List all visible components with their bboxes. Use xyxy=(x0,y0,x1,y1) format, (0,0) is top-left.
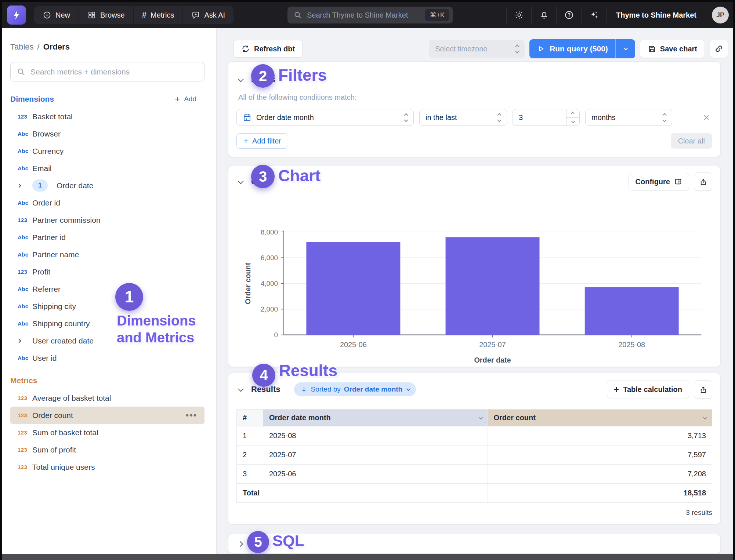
sidebar-item-referrer[interactable]: AbcReferrer xyxy=(10,280,204,298)
refresh-dbt-button[interactable]: Refresh dbt xyxy=(233,40,303,58)
text-type-icon: Abc xyxy=(18,200,32,206)
explore-sidebar: Tables / Orders Search metrics + dimensi… xyxy=(2,28,217,554)
sidebar-item-label: Partner commission xyxy=(32,216,101,225)
sidebar-item-partner-name[interactable]: AbcPartner name xyxy=(10,246,204,263)
sidebar-item-order-count[interactable]: 123Order count••• xyxy=(10,407,204,424)
chevron-updown-icon xyxy=(516,45,519,53)
sidebar-item-basket-total[interactable]: 123Basket total xyxy=(10,108,204,125)
table-row[interactable]: 12025-083,713 xyxy=(237,426,712,446)
panel-right-icon xyxy=(674,178,682,186)
text-type-icon: Abc xyxy=(18,148,32,154)
cell-order-count[interactable]: 7,208 xyxy=(488,465,712,484)
configure-chart-button[interactable]: Configure xyxy=(629,173,689,190)
export-chart-button[interactable] xyxy=(694,172,712,191)
cell-order-count[interactable]: 3,713 xyxy=(488,426,712,446)
bar-chart[interactable]: 02,0004,0006,0008,0002025-062025-072025-… xyxy=(236,192,712,364)
cell-order-date-month[interactable]: 2025-07 xyxy=(263,446,488,465)
chart-collapse-button[interactable] xyxy=(236,180,242,184)
annotation-badge-2: 2 xyxy=(251,64,275,88)
copy-link-button[interactable] xyxy=(710,40,728,58)
sidebar-item-label: User created date xyxy=(32,337,94,345)
filter-unit-select[interactable]: months xyxy=(585,109,672,126)
column-header-order-count[interactable]: Order count xyxy=(488,410,712,426)
column-header-index[interactable]: # xyxy=(237,410,263,426)
value-stepper[interactable] xyxy=(566,109,579,126)
column-header-order-date-month[interactable]: Order date month xyxy=(263,410,488,426)
metrics-section-header: Metrics xyxy=(10,376,204,385)
sidebar-item-label: Email xyxy=(32,164,52,173)
filter-field-select[interactable]: Order date month xyxy=(236,109,414,126)
run-query-button[interactable]: Run query (500) xyxy=(529,39,635,58)
annotation-label-sql: SQL xyxy=(272,532,304,550)
project-name[interactable]: Thyme to Shine Market xyxy=(606,7,706,23)
notifications-button[interactable] xyxy=(531,7,556,23)
explore-main-panel: Refresh dbt Select timezone Run query (5… xyxy=(217,28,733,554)
svg-text:8,000: 8,000 xyxy=(261,228,278,236)
add-filter-button[interactable]: + Add filter xyxy=(236,133,288,149)
table-row[interactable]: 22025-077,597 xyxy=(237,446,712,465)
sql-expand-button[interactable] xyxy=(236,542,242,546)
cell-order-count[interactable]: 7,597 xyxy=(488,446,712,465)
nav-item-browse[interactable]: Browse xyxy=(79,6,134,24)
sidebar-item-email[interactable]: AbcEmail xyxy=(10,160,204,177)
sidebar-item-user-id[interactable]: AbcUser id xyxy=(10,349,204,367)
sidebar-item-profit[interactable]: 123Profit xyxy=(10,263,204,280)
close-icon xyxy=(703,114,710,121)
cell-order-date-month[interactable]: 2025-08 xyxy=(263,426,488,446)
export-results-button[interactable] xyxy=(694,380,712,399)
row-index: 3 xyxy=(237,465,263,484)
timezone-select[interactable]: Select timezone xyxy=(429,40,525,58)
cell-order-date-month[interactable]: 2025-06 xyxy=(263,465,488,484)
sidebar-item-sum-of-profit[interactable]: 123Sum of profit xyxy=(10,441,204,458)
annotation-label-filters: Filters xyxy=(278,66,327,84)
number-type-icon: 123 xyxy=(18,464,32,470)
top-right-cluster: Thyme to Shine Market JP xyxy=(506,7,729,23)
help-button[interactable] xyxy=(556,7,581,23)
nav-item-ask-ai[interactable]: Ask AI xyxy=(183,6,233,24)
breadcrumb-tables-link[interactable]: Tables xyxy=(10,42,34,52)
filter-value-input[interactable]: 3 xyxy=(513,109,580,126)
text-type-icon: Abc xyxy=(18,251,32,258)
table-calculation-button[interactable]: + Table calculation xyxy=(607,381,689,398)
sidebar-item-label: Order count xyxy=(32,411,73,420)
results-collapse-button[interactable] xyxy=(236,388,242,392)
table-row[interactable]: 32025-067,208 xyxy=(237,465,712,484)
save-chart-button[interactable]: Save chart xyxy=(640,40,705,58)
app-logo[interactable] xyxy=(7,6,26,25)
chevron-right-icon[interactable] xyxy=(18,339,32,342)
clear-all-filters-button[interactable]: Clear all xyxy=(671,133,712,149)
fields-search-input[interactable]: Search metrics + dimensions xyxy=(10,62,204,81)
annotation-badge-3: 3 xyxy=(251,165,275,188)
add-dimension-button[interactable]: Add xyxy=(174,95,196,103)
sidebar-item-sum-of-basket-total[interactable]: 123Sum of basket total xyxy=(10,424,204,441)
filters-collapse-button[interactable] xyxy=(236,78,242,82)
nav-item-metrics[interactable]: #Metrics xyxy=(134,6,183,24)
svg-text:2,000: 2,000 xyxy=(261,305,278,313)
settings-button[interactable] xyxy=(506,7,531,23)
ai-assistant-button[interactable] xyxy=(581,7,606,23)
filter-operator-select[interactable]: in the last xyxy=(419,109,507,126)
chat-sparkle-icon xyxy=(191,11,200,19)
filters-match-rule-text: All of the following conditions match: xyxy=(238,93,712,102)
sidebar-item-browser[interactable]: AbcBrowser xyxy=(10,125,204,142)
sidebar-item-average-of-basket-total[interactable]: 123Average of basket total xyxy=(10,389,204,407)
sidebar-item-order-id[interactable]: AbcOrder id xyxy=(10,194,204,211)
sidebar-item-currency[interactable]: AbcCurrency xyxy=(10,142,204,160)
nav-item-new[interactable]: New xyxy=(34,6,79,24)
sidebar-item-label: Currency xyxy=(32,147,64,156)
global-search-input[interactable]: Search Thyme to Shine Market ⌘+K xyxy=(287,7,453,23)
sidebar-item-total-unique-users[interactable]: 123Total unique users xyxy=(10,458,204,476)
user-avatar[interactable]: JP xyxy=(712,7,729,23)
chevron-right-icon[interactable] xyxy=(18,184,32,187)
sort-pill[interactable]: Sorted by Order date month xyxy=(294,382,416,396)
sidebar-item-order-date[interactable]: 1Order date xyxy=(10,177,204,194)
sidebar-item-partner-id[interactable]: AbcPartner id xyxy=(10,229,204,246)
number-type-icon: 123 xyxy=(18,395,32,401)
run-query-options-button[interactable] xyxy=(615,39,635,58)
breadcrumb-separator: / xyxy=(37,42,40,52)
sidebar-item-label: Partner id xyxy=(32,233,66,242)
remove-filter-button[interactable] xyxy=(700,112,712,123)
sidebar-item-partner-commission[interactable]: 123Partner commission xyxy=(10,211,204,229)
save-icon xyxy=(648,45,656,53)
stepper-down-button xyxy=(566,118,579,126)
